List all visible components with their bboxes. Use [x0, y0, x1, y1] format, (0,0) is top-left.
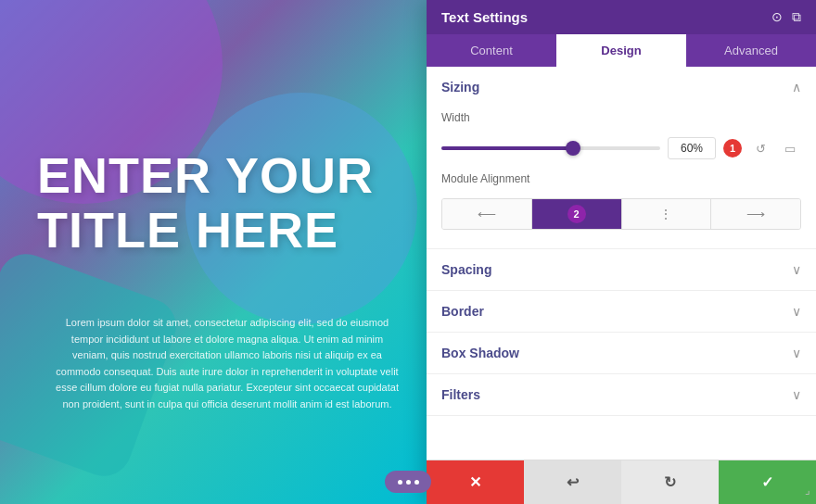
panel-title: Text Settings: [441, 9, 528, 25]
slider-thumb[interactable]: [566, 141, 580, 156]
width-value-input[interactable]: [668, 137, 716, 159]
undo-button[interactable]: ↩: [524, 460, 621, 504]
settings-panel: Text Settings ⊙ ⧉ Content Design Advance…: [427, 0, 816, 504]
panel-body: Sizing ∧ Width 1 ↺: [427, 67, 816, 460]
section-border: Border ∨: [427, 291, 816, 333]
align-justify-btn[interactable]: ⋮: [622, 199, 712, 229]
badge-1: 1: [723, 139, 742, 158]
align-left-btn[interactable]: ⟵: [442, 199, 532, 229]
chevron-down-icon-spacing: ∨: [792, 262, 801, 277]
alignment-group: ⟵ 2 ⋮ ⟶: [441, 198, 801, 230]
width-control-row: 1 ↺ ▭: [441, 137, 801, 159]
section-box-shadow-title: Box Shadow: [441, 346, 519, 360]
tab-advanced[interactable]: Advanced: [686, 34, 816, 67]
slider-fill: [441, 146, 573, 150]
chevron-down-icon-filters: ∨: [792, 387, 801, 402]
alignment-field-row: Module Alignment: [441, 172, 801, 185]
tab-design[interactable]: Design: [556, 34, 686, 67]
width-slider[interactable]: [441, 146, 660, 150]
cancel-button[interactable]: ✕: [427, 460, 524, 504]
dot3: [414, 480, 419, 485]
section-filters-title: Filters: [441, 387, 480, 402]
three-dots-menu[interactable]: [385, 471, 431, 493]
panel-footer: ✕ ↩ ↻ ✓: [427, 460, 816, 504]
section-sizing-header[interactable]: Sizing ∧: [427, 67, 816, 107]
align-right-btn[interactable]: ⟶: [711, 199, 800, 229]
section-sizing-title: Sizing: [441, 80, 479, 94]
badge-2: 2: [567, 205, 586, 223]
panel-header-icons: ⊙ ⧉: [771, 9, 801, 25]
reset-icon[interactable]: ↺: [749, 137, 771, 159]
width-field-row: Width: [441, 111, 801, 124]
alignment-control-row: ⟵ 2 ⋮ ⟶: [441, 198, 801, 230]
section-filters: Filters ∨: [427, 374, 816, 416]
section-sizing: Sizing ∧ Width 1 ↺: [427, 67, 816, 249]
section-filters-header[interactable]: Filters ∨: [427, 374, 816, 415]
chevron-down-icon-border: ∨: [792, 304, 801, 319]
section-spacing-header[interactable]: Spacing ∨: [427, 249, 816, 290]
slider-track: [441, 146, 660, 150]
canvas-area: ENTER YOUR TITLE HERE Lorem ipsum dolor …: [0, 0, 427, 504]
chevron-down-icon-shadow: ∨: [792, 346, 801, 360]
align-center-btn[interactable]: 2: [532, 199, 622, 229]
canvas-title: ENTER YOUR TITLE HERE: [37, 148, 374, 258]
section-border-header[interactable]: Border ∨: [427, 291, 816, 332]
canvas-body-text: Lorem ipsum dolor sit amet, consectetur …: [56, 315, 399, 413]
responsive-icon[interactable]: ⊙: [771, 9, 783, 25]
alignment-label: Module Alignment: [441, 172, 529, 185]
panel-tabs: Content Design Advanced: [427, 34, 816, 67]
panel-header: Text Settings ⊙ ⧉: [427, 0, 816, 34]
chevron-up-icon: ∧: [792, 80, 801, 94]
section-box-shadow: Box Shadow ∨: [427, 333, 816, 374]
section-border-title: Border: [441, 304, 484, 319]
section-box-shadow-header[interactable]: Box Shadow ∨: [427, 333, 816, 373]
save-button[interactable]: ✓: [719, 460, 816, 504]
section-sizing-content: Width 1 ↺ ▭ Module Alignm: [427, 107, 816, 248]
section-spacing: Spacing ∨: [427, 249, 816, 291]
dot1: [398, 480, 402, 485]
section-spacing-title: Spacing: [441, 262, 491, 277]
dot2: [406, 480, 411, 485]
redo-button[interactable]: ↻: [621, 460, 719, 504]
desktop-icon[interactable]: ▭: [779, 137, 801, 159]
expand-icon[interactable]: ⧉: [792, 9, 801, 25]
tab-content[interactable]: Content: [427, 34, 556, 67]
corner-arrow-icon: ⌟: [805, 484, 810, 497]
width-label: Width: [441, 111, 525, 124]
